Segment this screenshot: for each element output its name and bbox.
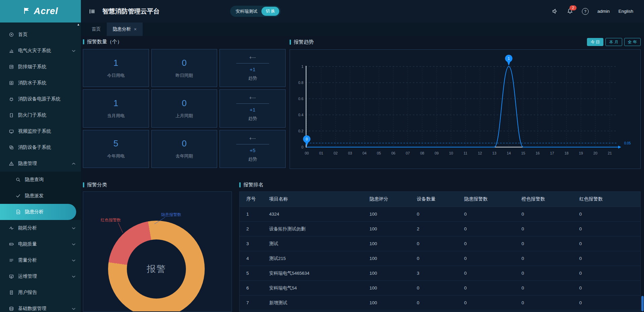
stat-label: 趋势 [248, 75, 257, 81]
video-icon [9, 129, 14, 134]
table-cell: 0 [417, 212, 464, 217]
table-cell: 0 [417, 300, 464, 305]
svg-text:11: 11 [463, 151, 467, 155]
section-title-marker [239, 182, 241, 187]
donut-hole: 报警 [127, 239, 186, 299]
sidebar-item[interactable]: 用户报告 [0, 284, 81, 301]
sidebar-item[interactable]: 消防水子系统 [0, 75, 81, 91]
donut-center-label: 报警 [147, 263, 166, 275]
table-cell: 0 [464, 241, 522, 246]
table-row[interactable]: 4测试2151000000 [240, 251, 640, 266]
sidebar-item[interactable]: 电气火灾子系统 [0, 43, 81, 59]
table-cell: 0 [464, 256, 522, 261]
sidebar-item-label: 运维管理 [18, 273, 37, 279]
table-row[interactable]: 7新增测试1000000 [240, 296, 640, 310]
trend-chart-svg: 00.20.40.60.8100010203040506070809101112… [290, 50, 640, 169]
trend-card: +--+1趋势 [219, 89, 286, 127]
sidebar-item[interactable]: 需量分析 [0, 252, 81, 268]
table-cell: 0 [522, 300, 579, 305]
alarm-trend-head: 报警趋势 今 日本 月全 年 [290, 38, 641, 46]
help-icon[interactable]: ? [582, 8, 589, 15]
chevron-down-icon [72, 308, 76, 310]
header-actions: 2 ? admin English [552, 8, 644, 15]
sidebar-item[interactable]: 防火门子系统 [0, 107, 81, 123]
sidebar-item[interactable]: 隐患查询 [0, 172, 81, 188]
svg-text:17: 17 [550, 151, 554, 155]
page-scrollbar-thumb[interactable] [641, 296, 644, 311]
sound-icon[interactable] [552, 8, 558, 14]
section-title-marker [83, 39, 84, 44]
sidebar-submenu: 隐患查询隐患派发隐患分析 [0, 172, 81, 220]
project-switch-button[interactable]: 切 换 [261, 7, 279, 16]
svg-text:0.6: 0.6 [298, 97, 303, 101]
table-cell: 测试 [269, 241, 369, 247]
trend-divider [236, 144, 269, 144]
range-button[interactable]: 今 日 [587, 38, 603, 46]
table-row[interactable]: 5安科瑞电气54656341003000 [240, 266, 640, 281]
sidebar-item[interactable]: 能耗分析 [0, 220, 81, 236]
table-cell: 0 [464, 285, 522, 291]
tab[interactable]: 首页 [86, 23, 107, 36]
smoke-icon [9, 64, 14, 70]
sidebar-item-label: 消防设备电源子系统 [18, 96, 60, 102]
table-cell: 0 [579, 300, 640, 305]
svg-text:06: 06 [391, 151, 395, 155]
range-button[interactable]: 全 年 [624, 38, 641, 46]
menu-toggle-icon[interactable] [89, 8, 96, 15]
sidebar-item[interactable]: 电能质量 [0, 236, 81, 252]
trend-value: +1 [250, 66, 255, 72]
table-cell: 100 [369, 256, 417, 261]
bell-icon[interactable]: 2 [567, 8, 573, 14]
sidebar-item[interactable]: 隐患派发 [0, 188, 81, 204]
svg-text:05: 05 [377, 151, 381, 155]
sidebar-item[interactable]: 运维管理 [0, 268, 81, 284]
stat-label: 上月同期 [176, 113, 193, 119]
svg-text:02: 02 [334, 151, 338, 155]
sidebar-item-label: 隐患分析 [25, 209, 44, 215]
table-cell: 0 [522, 226, 579, 231]
user-menu[interactable]: admin [597, 9, 610, 14]
sidebar-item[interactable]: 首页 [0, 27, 81, 43]
tab[interactable]: 隐患分析× [107, 23, 143, 36]
trend-delta: +-- [249, 136, 256, 141]
stat-value: 5 [113, 138, 118, 149]
sidebar-item[interactable]: 防排烟子系统 [0, 59, 81, 75]
sidebar-item-label: 需量分析 [18, 257, 37, 263]
trend-divider [236, 103, 269, 104]
alarm-count-title: 报警数量（个） [87, 39, 122, 45]
sidebar-menu: 首页电气火灾子系统防排烟子系统消防水子系统消防设备电源子系统防火门子系统视频监控… [0, 23, 81, 312]
sidebar-item[interactable]: 消防设备子系统 [0, 139, 81, 155]
trend-value: +1 [250, 107, 255, 113]
sidebar-item-label: 消防设备子系统 [18, 144, 51, 150]
project-selector: 安科瑞测试 切 换 [230, 6, 281, 17]
svg-text:13: 13 [492, 151, 496, 155]
sidebar-item[interactable]: 消防设备电源子系统 [0, 91, 81, 107]
table-cell: 100 [369, 241, 417, 246]
close-icon[interactable]: × [134, 27, 137, 32]
sidebar-item-active[interactable]: 隐患分析 [0, 204, 76, 220]
sidebar-item[interactable]: 隐患管理 [0, 155, 81, 172]
table-row[interactable]: 6安科瑞电气541000000 [240, 281, 640, 296]
page-scrollbar[interactable] [641, 23, 644, 312]
sidebar: 首页电气火灾子系统防排烟子系统消防水子系统消防设备电源子系统防火门子系统视频监控… [0, 23, 81, 312]
language-switch[interactable]: English [618, 9, 633, 14]
sidebar-item[interactable]: 基础数据管理 [0, 301, 81, 312]
sidebar-item-label: 防排烟子系统 [18, 64, 46, 70]
stat-card: 1今日用电 [83, 49, 149, 87]
main-content: 报警数量（个） 1今日用电0昨日同期+--+1趋势1当月用电0上月同期+--+1… [81, 36, 644, 312]
stat-value: 0 [182, 98, 187, 108]
trend-chart-panel: 00.20.40.60.8100010203040506070809101112… [290, 49, 641, 169]
stat-label: 今年用电 [107, 153, 125, 159]
range-button[interactable]: 本 月 [605, 38, 622, 46]
chevron-down-icon [72, 227, 76, 229]
table-row[interactable]: 2设备拓扑测试勿删1002000 [240, 222, 640, 236]
table-cell: 100 [369, 285, 417, 291]
water-icon [9, 80, 14, 86]
sidebar-item[interactable]: 视频监控子系统 [0, 123, 81, 139]
chevron-down-icon [72, 243, 76, 246]
table-row[interactable]: 143241000000 [240, 207, 640, 222]
sidebar-scroll-up-icon[interactable]: ▲ [77, 23, 80, 26]
table-row[interactable]: 3测试1000000 [240, 236, 640, 251]
trend-card: +--+1趋势 [219, 49, 286, 87]
table-cell: 100 [369, 271, 417, 276]
